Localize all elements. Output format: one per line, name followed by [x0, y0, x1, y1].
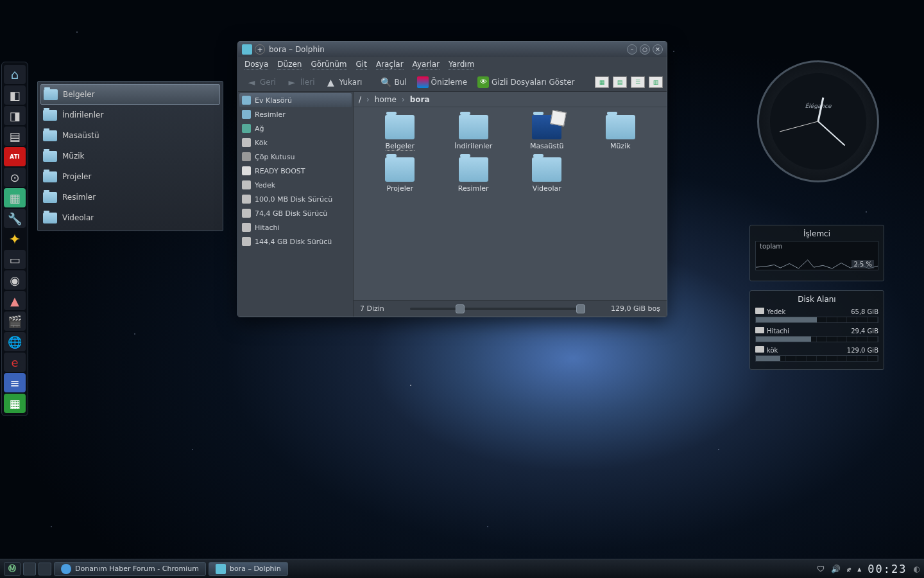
dock-settings-icon[interactable]: 🔧	[4, 209, 26, 228]
menu-gorunum[interactable]: Görünüm	[311, 60, 346, 70]
dock-disk-icon[interactable]: ⊙	[4, 168, 26, 187]
show-desktop[interactable]	[23, 563, 36, 575]
disk-widget[interactable]: Disk Alanı Yedek65,8 GiB Hitachi29,4 GiB…	[749, 290, 884, 370]
popup-item-resimler[interactable]: Resimler	[40, 187, 220, 207]
popup-item-indirilenler[interactable]: İndirilenler	[40, 105, 220, 125]
dock-home-icon[interactable]: ⌂	[4, 65, 26, 84]
menu-dosya[interactable]: Dosya	[244, 60, 268, 70]
view-compact[interactable]: ▤	[613, 76, 627, 88]
menu-yardim[interactable]: Yardım	[449, 60, 474, 70]
volume-icon[interactable]: 🔊	[831, 565, 841, 574]
popup-item-belgeler[interactable]: Belgeler	[40, 84, 220, 105]
dock-ati-icon[interactable]: ATI	[4, 147, 26, 166]
crumb-root[interactable]: /	[359, 95, 361, 104]
place-disk-100mb[interactable]: 100,0 MB Disk Sürücü	[239, 192, 352, 206]
maximize-button[interactable]: ○	[640, 44, 650, 55]
popup-item-projeler[interactable]: Projeler	[40, 166, 220, 187]
file-label: Belgeler	[386, 142, 415, 151]
popup-item-videolar[interactable]: Videolar	[40, 207, 220, 228]
folder-videolar[interactable]: Videolar	[513, 157, 581, 193]
close-button[interactable]: ✕	[653, 44, 663, 55]
place-disk-144gb[interactable]: 144,4 GB Disk Sürücü	[239, 234, 352, 249]
cpu-widget[interactable]: İşlemci toplam 2.5 %	[749, 225, 884, 281]
slider-handle[interactable]	[456, 304, 465, 313]
place-hitachi[interactable]: Hitachi	[239, 220, 352, 234]
popup-item-masaustu[interactable]: Masaüstü	[40, 125, 220, 146]
place-root[interactable]: Kök	[239, 136, 352, 150]
crumb-current[interactable]: bora	[410, 95, 430, 104]
drive-icon	[755, 327, 764, 333]
icon-grid[interactable]: Belgeler İndirilenler Masaüstü Müzik Pro…	[354, 107, 667, 300]
dock-cd-icon[interactable]: ◉	[4, 270, 26, 290]
dock-star-icon[interactable]: ✦	[4, 229, 26, 249]
folder-masaustu[interactable]: Masaüstü	[513, 115, 581, 151]
hidden-button[interactable]: 👁Gizli Dosyaları Göster	[474, 75, 578, 89]
popup-item-muzik[interactable]: Müzik	[40, 146, 220, 166]
task-label: bora – Dolphin	[230, 565, 281, 573]
folder-belgeler[interactable]: Belgeler	[366, 115, 434, 151]
menu-ayarlar[interactable]: Ayarlar	[413, 60, 440, 70]
dock-app-1[interactable]: ◧	[4, 85, 26, 105]
new-tab-icon[interactable]: +	[255, 44, 265, 55]
folder-resimler[interactable]: Resimler	[440, 157, 508, 193]
logout-icon[interactable]: ◐	[914, 565, 920, 574]
nav-up[interactable]: ▲Yukarı	[321, 75, 366, 89]
nav-label: İleri	[300, 78, 315, 87]
menu-duzen[interactable]: Düzen	[277, 60, 302, 70]
titlebar[interactable]: + bora – Dolphin – ○ ✕	[238, 42, 667, 57]
breadcrumb[interactable]: / › home › bora	[354, 92, 667, 107]
dock-writer-icon[interactable]: ≡	[4, 373, 26, 392]
folder-icon	[44, 89, 58, 100]
dock-app-4[interactable]: ▦	[4, 188, 26, 207]
clock-text[interactable]: 00:23	[868, 563, 907, 575]
popup-label: Projeler	[62, 172, 91, 181]
place-disk-74gb[interactable]: 74,4 GB Disk Sürücü	[239, 206, 352, 220]
slider-handle[interactable]	[576, 304, 585, 313]
crumb-home[interactable]: home	[375, 95, 397, 104]
task-chromium[interactable]: Donanım Haber Forum - Chromium	[54, 562, 206, 576]
folder-icon	[43, 130, 57, 141]
network-icon[interactable]: ⸙	[847, 565, 851, 574]
view-columns[interactable]: ▥	[649, 76, 663, 88]
preview-button[interactable]: Önizleme	[413, 75, 471, 89]
dock-calc-icon[interactable]: ▦	[4, 394, 26, 413]
dock-pdf-icon[interactable]: e	[4, 353, 26, 372]
nav-label: Yukarı	[339, 78, 362, 87]
zoom-slider[interactable]	[410, 308, 585, 310]
dock-app-3[interactable]: ▤	[4, 127, 26, 146]
start-button[interactable]: Ⓜ	[4, 562, 21, 576]
place-label: Kök	[255, 139, 268, 147]
dock-browser-icon[interactable]: 🌐	[4, 332, 26, 351]
folder-muzik[interactable]: Müzik	[587, 115, 654, 151]
minimize-button[interactable]: –	[627, 44, 637, 55]
drive-name: Hitachi	[767, 328, 789, 335]
file-label: İndirilenler	[454, 142, 492, 150]
view-icons[interactable]: ▦	[595, 76, 609, 88]
place-yedek[interactable]: Yedek	[239, 178, 352, 192]
task-dolphin[interactable]: bora – Dolphin	[209, 562, 288, 576]
dock-app-5[interactable]: ▭	[4, 250, 26, 269]
folder-icon	[385, 157, 415, 182]
find-button[interactable]: 🔍Bul	[376, 75, 410, 89]
menu-git[interactable]: Git	[356, 60, 367, 70]
dock-vlc-icon[interactable]: ▲	[4, 291, 26, 310]
view-details[interactable]: ☰	[631, 76, 645, 88]
shield-icon[interactable]: 🛡	[817, 565, 825, 574]
activity-switcher[interactable]	[38, 563, 51, 575]
hour-hand	[817, 98, 825, 122]
place-home[interactable]: Ev Klasörü	[239, 93, 352, 107]
menu-araclar[interactable]: Araçlar	[376, 60, 404, 70]
place-network[interactable]: Ağ	[239, 121, 352, 136]
dock-media-icon[interactable]: 🎬	[4, 311, 26, 331]
analog-clock-widget[interactable]: Élégance	[757, 60, 879, 182]
place-readyboost[interactable]: READY BOOST	[239, 164, 352, 178]
folder-indirilenler[interactable]: İndirilenler	[440, 115, 508, 151]
dock-app-2[interactable]: ◨	[4, 106, 26, 125]
nav-label: Bul	[394, 78, 406, 87]
place-trash[interactable]: Çöp Kutusu	[239, 150, 352, 164]
file-label: Müzik	[610, 142, 631, 150]
folder-projeler[interactable]: Projeler	[366, 157, 434, 193]
drive-name: Yedek	[767, 308, 785, 315]
place-resimler[interactable]: Resimler	[239, 107, 352, 121]
tray-expand-icon[interactable]: ▴	[857, 565, 861, 574]
